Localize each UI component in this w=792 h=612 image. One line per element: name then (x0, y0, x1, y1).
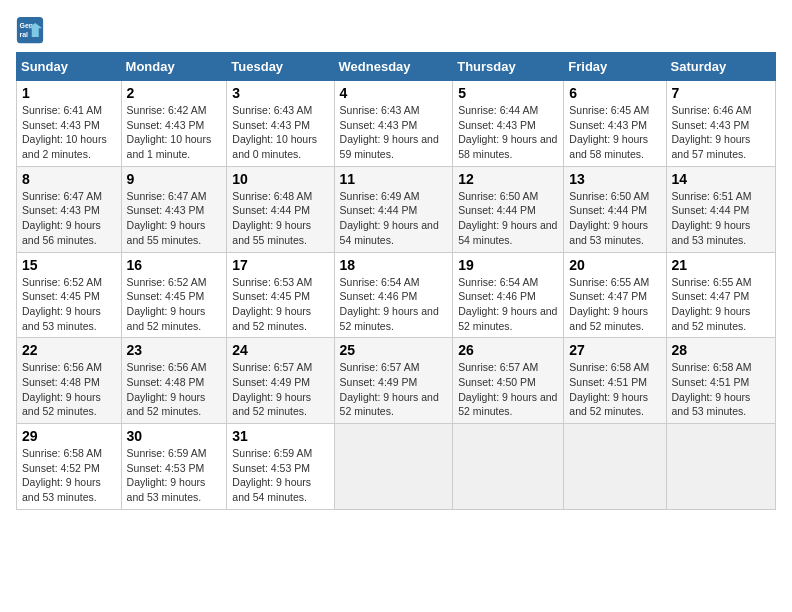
calendar-cell: 3 Sunrise: 6:43 AM Sunset: 4:43 PM Dayli… (227, 81, 334, 167)
calendar-cell: 10 Sunrise: 6:48 AM Sunset: 4:44 PM Dayl… (227, 166, 334, 252)
calendar-cell: 27 Sunrise: 6:58 AM Sunset: 4:51 PM Dayl… (564, 338, 666, 424)
day-info: Sunrise: 6:57 AM Sunset: 4:49 PM Dayligh… (232, 360, 328, 419)
calendar-cell: 21 Sunrise: 6:55 AM Sunset: 4:47 PM Dayl… (666, 252, 775, 338)
day-info: Sunrise: 6:54 AM Sunset: 4:46 PM Dayligh… (458, 275, 558, 334)
col-header-monday: Monday (121, 53, 227, 81)
calendar-cell: 2 Sunrise: 6:42 AM Sunset: 4:43 PM Dayli… (121, 81, 227, 167)
day-info: Sunrise: 6:47 AM Sunset: 4:43 PM Dayligh… (127, 189, 222, 248)
calendar-cell: 19 Sunrise: 6:54 AM Sunset: 4:46 PM Dayl… (453, 252, 564, 338)
calendar-cell: 31 Sunrise: 6:59 AM Sunset: 4:53 PM Dayl… (227, 424, 334, 510)
day-info: Sunrise: 6:41 AM Sunset: 4:43 PM Dayligh… (22, 103, 116, 162)
day-number: 30 (127, 428, 222, 444)
day-info: Sunrise: 6:50 AM Sunset: 4:44 PM Dayligh… (458, 189, 558, 248)
day-number: 26 (458, 342, 558, 358)
calendar-cell: 22 Sunrise: 6:56 AM Sunset: 4:48 PM Dayl… (17, 338, 122, 424)
day-info: Sunrise: 6:53 AM Sunset: 4:45 PM Dayligh… (232, 275, 328, 334)
day-number: 7 (672, 85, 770, 101)
calendar-cell: 11 Sunrise: 6:49 AM Sunset: 4:44 PM Dayl… (334, 166, 453, 252)
day-number: 2 (127, 85, 222, 101)
day-number: 24 (232, 342, 328, 358)
day-info: Sunrise: 6:46 AM Sunset: 4:43 PM Dayligh… (672, 103, 770, 162)
day-number: 12 (458, 171, 558, 187)
calendar-week-1: 1 Sunrise: 6:41 AM Sunset: 4:43 PM Dayli… (17, 81, 776, 167)
day-info: Sunrise: 6:52 AM Sunset: 4:45 PM Dayligh… (22, 275, 116, 334)
calendar-week-4: 22 Sunrise: 6:56 AM Sunset: 4:48 PM Dayl… (17, 338, 776, 424)
day-number: 10 (232, 171, 328, 187)
day-number: 20 (569, 257, 660, 273)
day-info: Sunrise: 6:49 AM Sunset: 4:44 PM Dayligh… (340, 189, 448, 248)
day-number: 5 (458, 85, 558, 101)
day-info: Sunrise: 6:56 AM Sunset: 4:48 PM Dayligh… (22, 360, 116, 419)
calendar-cell: 16 Sunrise: 6:52 AM Sunset: 4:45 PM Dayl… (121, 252, 227, 338)
calendar-cell (564, 424, 666, 510)
col-header-thursday: Thursday (453, 53, 564, 81)
day-number: 17 (232, 257, 328, 273)
day-info: Sunrise: 6:48 AM Sunset: 4:44 PM Dayligh… (232, 189, 328, 248)
day-number: 16 (127, 257, 222, 273)
calendar-week-5: 29 Sunrise: 6:58 AM Sunset: 4:52 PM Dayl… (17, 424, 776, 510)
day-info: Sunrise: 6:56 AM Sunset: 4:48 PM Dayligh… (127, 360, 222, 419)
calendar-cell: 28 Sunrise: 6:58 AM Sunset: 4:51 PM Dayl… (666, 338, 775, 424)
calendar-cell: 12 Sunrise: 6:50 AM Sunset: 4:44 PM Dayl… (453, 166, 564, 252)
day-number: 3 (232, 85, 328, 101)
day-number: 28 (672, 342, 770, 358)
logo-icon: Gene ral (16, 16, 44, 44)
col-header-saturday: Saturday (666, 53, 775, 81)
calendar-cell: 4 Sunrise: 6:43 AM Sunset: 4:43 PM Dayli… (334, 81, 453, 167)
calendar-cell: 15 Sunrise: 6:52 AM Sunset: 4:45 PM Dayl… (17, 252, 122, 338)
day-info: Sunrise: 6:43 AM Sunset: 4:43 PM Dayligh… (232, 103, 328, 162)
day-info: Sunrise: 6:45 AM Sunset: 4:43 PM Dayligh… (569, 103, 660, 162)
calendar-cell (666, 424, 775, 510)
day-number: 22 (22, 342, 116, 358)
calendar-cell: 25 Sunrise: 6:57 AM Sunset: 4:49 PM Dayl… (334, 338, 453, 424)
day-number: 31 (232, 428, 328, 444)
day-info: Sunrise: 6:54 AM Sunset: 4:46 PM Dayligh… (340, 275, 448, 334)
col-header-tuesday: Tuesday (227, 53, 334, 81)
day-number: 21 (672, 257, 770, 273)
svg-rect-0 (17, 17, 43, 43)
day-info: Sunrise: 6:42 AM Sunset: 4:43 PM Dayligh… (127, 103, 222, 162)
day-number: 18 (340, 257, 448, 273)
day-info: Sunrise: 6:57 AM Sunset: 4:50 PM Dayligh… (458, 360, 558, 419)
day-number: 1 (22, 85, 116, 101)
col-header-friday: Friday (564, 53, 666, 81)
calendar-cell: 1 Sunrise: 6:41 AM Sunset: 4:43 PM Dayli… (17, 81, 122, 167)
calendar-cell: 5 Sunrise: 6:44 AM Sunset: 4:43 PM Dayli… (453, 81, 564, 167)
day-number: 6 (569, 85, 660, 101)
day-number: 4 (340, 85, 448, 101)
svg-text:ral: ral (20, 31, 29, 38)
day-info: Sunrise: 6:55 AM Sunset: 4:47 PM Dayligh… (569, 275, 660, 334)
calendar-cell (453, 424, 564, 510)
day-number: 29 (22, 428, 116, 444)
calendar-cell: 9 Sunrise: 6:47 AM Sunset: 4:43 PM Dayli… (121, 166, 227, 252)
day-info: Sunrise: 6:59 AM Sunset: 4:53 PM Dayligh… (232, 446, 328, 505)
day-info: Sunrise: 6:59 AM Sunset: 4:53 PM Dayligh… (127, 446, 222, 505)
col-header-wednesday: Wednesday (334, 53, 453, 81)
day-info: Sunrise: 6:58 AM Sunset: 4:51 PM Dayligh… (569, 360, 660, 419)
day-number: 11 (340, 171, 448, 187)
day-number: 15 (22, 257, 116, 273)
day-info: Sunrise: 6:50 AM Sunset: 4:44 PM Dayligh… (569, 189, 660, 248)
calendar-cell: 29 Sunrise: 6:58 AM Sunset: 4:52 PM Dayl… (17, 424, 122, 510)
day-info: Sunrise: 6:55 AM Sunset: 4:47 PM Dayligh… (672, 275, 770, 334)
day-info: Sunrise: 6:43 AM Sunset: 4:43 PM Dayligh… (340, 103, 448, 162)
day-info: Sunrise: 6:57 AM Sunset: 4:49 PM Dayligh… (340, 360, 448, 419)
calendar-cell: 7 Sunrise: 6:46 AM Sunset: 4:43 PM Dayli… (666, 81, 775, 167)
page-header: Gene ral (16, 16, 776, 44)
calendar-cell: 6 Sunrise: 6:45 AM Sunset: 4:43 PM Dayli… (564, 81, 666, 167)
calendar-cell: 14 Sunrise: 6:51 AM Sunset: 4:44 PM Dayl… (666, 166, 775, 252)
calendar-week-3: 15 Sunrise: 6:52 AM Sunset: 4:45 PM Dayl… (17, 252, 776, 338)
day-info: Sunrise: 6:51 AM Sunset: 4:44 PM Dayligh… (672, 189, 770, 248)
calendar-cell: 30 Sunrise: 6:59 AM Sunset: 4:53 PM Dayl… (121, 424, 227, 510)
day-number: 14 (672, 171, 770, 187)
day-number: 8 (22, 171, 116, 187)
day-number: 13 (569, 171, 660, 187)
day-info: Sunrise: 6:58 AM Sunset: 4:51 PM Dayligh… (672, 360, 770, 419)
day-info: Sunrise: 6:52 AM Sunset: 4:45 PM Dayligh… (127, 275, 222, 334)
calendar-cell: 13 Sunrise: 6:50 AM Sunset: 4:44 PM Dayl… (564, 166, 666, 252)
day-number: 19 (458, 257, 558, 273)
day-info: Sunrise: 6:58 AM Sunset: 4:52 PM Dayligh… (22, 446, 116, 505)
col-header-sunday: Sunday (17, 53, 122, 81)
calendar-cell: 17 Sunrise: 6:53 AM Sunset: 4:45 PM Dayl… (227, 252, 334, 338)
calendar-week-2: 8 Sunrise: 6:47 AM Sunset: 4:43 PM Dayli… (17, 166, 776, 252)
